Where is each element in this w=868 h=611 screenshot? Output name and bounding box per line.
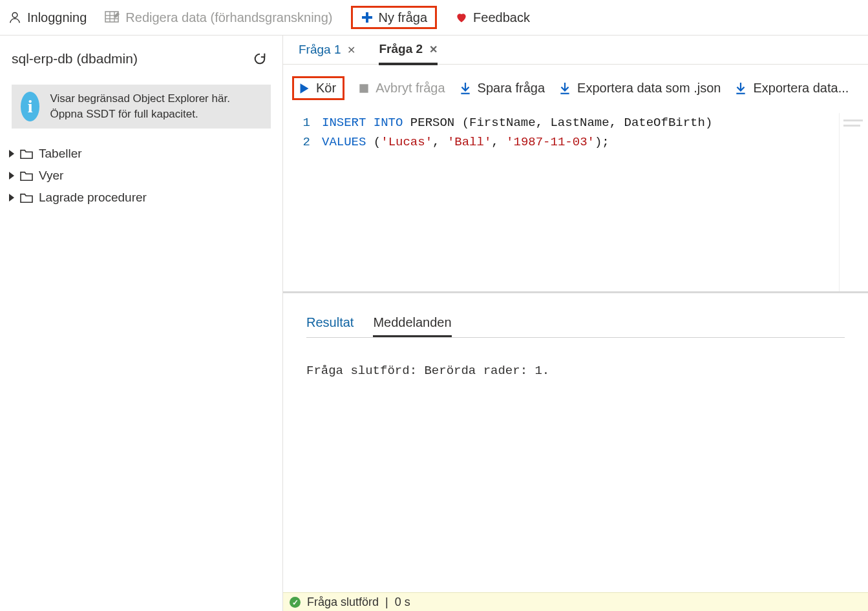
stop-icon [359, 83, 369, 94]
query-tab-strip: Fråga 1 ✕ Fråga 2 ✕ [283, 36, 868, 65]
feedback-label: Feedback [473, 10, 530, 25]
chevron-right-icon [9, 194, 14, 202]
database-title: sql-erp-db (dbadmin) [12, 51, 138, 67]
run-label: Kör [316, 81, 336, 96]
save-query-button[interactable]: Spara fråga [460, 81, 545, 96]
login-button[interactable]: Inloggning [8, 10, 87, 25]
top-toolbar: Inloggning Redigera data (förhandsgransk… [0, 0, 868, 36]
feedback-button[interactable]: Feedback [455, 10, 530, 25]
download-icon [460, 82, 471, 95]
export-data-button[interactable]: Exportera data... [735, 81, 849, 96]
close-icon[interactable]: ✕ [347, 44, 355, 56]
export-json-button[interactable]: Exportera data som .json [559, 81, 721, 96]
refresh-icon [253, 52, 267, 66]
results-tab-results[interactable]: Resultat [306, 315, 354, 337]
success-icon: ✓ [290, 597, 301, 608]
tree-label: Vyer [39, 169, 63, 183]
results-tab-messages[interactable]: Meddelanden [373, 315, 451, 337]
results-tab-strip: Resultat Meddelanden [283, 293, 868, 337]
query-tab-1[interactable]: Fråga 1 ✕ [299, 42, 355, 64]
query-tab-2[interactable]: Fråga 2 ✕ [379, 42, 438, 65]
cancel-query-button: Avbryt fråga [359, 81, 445, 96]
editor-minimap [839, 113, 868, 291]
object-tree: Tabeller Vyer Lagrade procedurer [0, 143, 282, 205]
export-data-label: Exportera data... [753, 81, 849, 96]
tree-label: Lagrade procedurer [39, 191, 147, 205]
results-panel: Resultat Meddelanden Fråga slutförd: Ber… [283, 293, 868, 611]
close-icon[interactable]: ✕ [429, 43, 438, 56]
query-tab-label: Fråga 1 [299, 43, 341, 57]
download-icon [735, 82, 746, 95]
new-query-label: Ny fråga [379, 10, 428, 25]
query-toolbar: Kör Avbryt fråga Spara fråga Exportera d… [283, 65, 868, 109]
info-icon: i [21, 92, 39, 121]
play-icon [299, 83, 310, 94]
refresh-button[interactable] [253, 52, 267, 66]
plus-icon [361, 11, 374, 24]
editor-code[interactable]: INSERT INTO PERSON (FirstName, LastName,… [322, 113, 839, 291]
info-banner-text: Visar begränsad Object Explorer här. Öpp… [50, 91, 262, 122]
main-panel: Fråga 1 ✕ Fråga 2 ✕ Kör Avbryt fråga Spa… [283, 36, 868, 611]
folder-icon [19, 148, 34, 160]
object-explorer-sidebar: sql-erp-db (dbadmin) i Visar begränsad O… [0, 36, 283, 611]
status-time: 0 s [395, 595, 410, 609]
folder-icon [19, 192, 34, 203]
export-json-label: Exportera data som .json [577, 81, 721, 96]
message-line: Fråga slutförd: Berörda rader: 1. [306, 364, 549, 378]
status-bar: ✓ Fråga slutförd | 0 s [283, 592, 868, 611]
results-tab-label: Meddelanden [373, 315, 451, 329]
database-header: sql-erp-db (dbadmin) [0, 36, 282, 73]
svg-point-0 [12, 12, 17, 17]
tree-node-sprocs[interactable]: Lagrade procedurer [9, 191, 282, 205]
chevron-right-icon [9, 172, 14, 180]
chevron-right-icon [9, 150, 14, 158]
person-icon [8, 10, 22, 25]
editor-gutter: 12 [283, 113, 322, 291]
save-label: Spara fråga [478, 81, 545, 96]
edit-data-button: Redigera data (förhandsgranskning) [105, 10, 332, 25]
tree-node-tables[interactable]: Tabeller [9, 147, 282, 161]
svg-rect-8 [359, 84, 368, 92]
folder-icon [19, 170, 34, 181]
tree-label: Tabeller [39, 147, 82, 161]
status-text: Fråga slutförd [307, 595, 379, 609]
download-icon [559, 82, 571, 95]
status-separator: | [385, 595, 388, 609]
query-tab-label: Fråga 2 [379, 42, 423, 56]
run-button[interactable]: Kör [292, 76, 344, 100]
login-label: Inloggning [27, 10, 87, 25]
results-tab-label: Resultat [306, 315, 354, 329]
info-banner: i Visar begränsad Object Explorer här. Ö… [12, 85, 271, 129]
heart-icon [455, 11, 468, 24]
edit-data-label: Redigera data (förhandsgranskning) [125, 10, 332, 25]
sql-editor[interactable]: 12 INSERT INTO PERSON (FirstName, LastNa… [283, 109, 868, 293]
cancel-label: Avbryt fråga [376, 81, 445, 96]
table-edit-icon [105, 10, 120, 25]
messages-output: Fråga slutförd: Berörda rader: 1. [283, 338, 868, 592]
new-query-button[interactable]: Ny fråga [351, 6, 438, 29]
tree-node-views[interactable]: Vyer [9, 169, 282, 183]
